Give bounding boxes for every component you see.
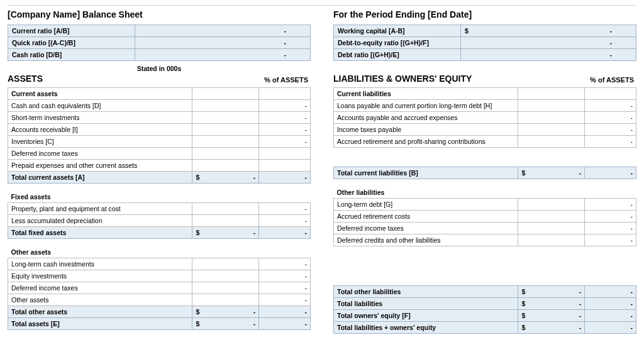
- ratios-left-table: Current ratio [A/B]- Quick ratio [(A-C)/…: [8, 25, 311, 61]
- header-row: [Company Name] Balance Sheet For the Per…: [8, 9, 636, 25]
- row-amt: [518, 211, 585, 223]
- row-label: Loans payable and current portion long-t…: [334, 100, 518, 112]
- top-rule: [8, 5, 636, 6]
- total-amt: $-: [192, 227, 259, 239]
- row-pct: -: [585, 112, 636, 124]
- row-pct: -: [585, 100, 636, 112]
- other-liabilities-table: Other liabilities Long-term debt [G]- Ac…: [333, 183, 636, 246]
- assets-heading: ASSETS: [8, 74, 43, 84]
- row-label: Income taxes payable: [334, 124, 518, 136]
- row-label: Accounts receivable [I]: [8, 124, 192, 136]
- row-label: Deferred credits and other liabilities: [334, 234, 518, 246]
- row-label: Prepaid expenses and other current asset…: [8, 160, 192, 172]
- row-label: Property, plant and equipment at cost: [8, 203, 192, 215]
- row-label: Accrued retirement costs: [334, 211, 518, 223]
- section-heads: ASSETS % of ASSETS LIABILITIES & OWNERS'…: [8, 72, 636, 87]
- row-label: Deferred income taxes: [8, 282, 192, 294]
- total-pct: -: [585, 310, 636, 322]
- ratio-value: -: [461, 37, 636, 49]
- total-amt: $-: [518, 167, 585, 179]
- liabilities-heading: LIABILITIES & OWNERS' EQUITY: [333, 74, 472, 84]
- ratios-right-table: Working capital [A-B]$- Debt-to-equity r…: [333, 25, 636, 61]
- row-amt: [518, 223, 585, 234]
- row-pct: -: [585, 136, 636, 148]
- row-amt: [192, 112, 259, 124]
- subhead: Current assets: [8, 88, 192, 100]
- row-amt: [518, 199, 585, 211]
- row-label: Accrued retirement and profit-sharing co…: [334, 136, 518, 148]
- row-amt: [192, 136, 259, 148]
- row-label: Long-term cash investments: [8, 258, 192, 270]
- row-pct: -: [585, 234, 636, 246]
- row-amt: [192, 160, 259, 172]
- row-pct: -: [259, 124, 311, 136]
- total-amt: $-: [518, 310, 585, 322]
- row-pct: -: [259, 203, 311, 215]
- row-label: Less accumulated depreciation: [8, 215, 192, 227]
- current-assets-table: Current assets Cash and cash equivalents…: [8, 87, 311, 184]
- row-pct: -: [259, 100, 311, 112]
- row-amt: [518, 234, 585, 246]
- ratio-value: $-: [461, 25, 636, 37]
- ratio-label: Debt-to-equity ratio [(G+H)/F]: [334, 37, 461, 49]
- ratio-value: -: [135, 37, 311, 49]
- row-amt: [192, 215, 259, 227]
- total-amt: $-: [518, 298, 585, 310]
- row-label: Equity investments: [8, 270, 192, 282]
- row-label: Inventories [C]: [8, 136, 192, 148]
- stated-note: Stated in 000s: [8, 65, 311, 72]
- ratio-label: Quick ratio [(A-C)/B]: [8, 37, 135, 49]
- liabilities-pct-heading: % of ASSETS: [590, 76, 636, 84]
- row-pct: -: [585, 223, 636, 234]
- row-pct: -: [259, 112, 311, 124]
- row-amt: [192, 282, 259, 294]
- row-label: Cash and cash equivalents [D]: [8, 100, 192, 112]
- subhead: Current liabilities: [334, 88, 518, 100]
- total-pct: -: [585, 167, 636, 179]
- total-amt: $-: [192, 306, 259, 318]
- subhead: Fixed assets: [8, 187, 311, 203]
- subhead: Other liabilities: [334, 183, 636, 199]
- total-current-liabilities-table: Total current liabilities [B]$--: [333, 167, 636, 179]
- row-pct: -: [259, 136, 311, 148]
- row-amt: [192, 203, 259, 215]
- ratio-value: -: [135, 25, 311, 37]
- total-pct: -: [259, 318, 311, 330]
- row-amt: [518, 112, 585, 124]
- row-pct: -: [585, 124, 636, 136]
- row-amt: [192, 258, 259, 270]
- fixed-assets-table: Fixed assets Property, plant and equipme…: [8, 187, 311, 239]
- page-title-right: For the Period Ending [End Date]: [333, 9, 636, 19]
- row-amt: [192, 294, 259, 306]
- row-label: Other assets: [8, 294, 192, 306]
- assets-pct-heading: % of ASSETS: [264, 76, 311, 84]
- total-label: Total current assets [A]: [8, 172, 192, 184]
- row-amt: [192, 148, 259, 160]
- total-label: Total fixed assets: [8, 227, 192, 239]
- ratio-label: Debt ratio [(G+H)/E]: [334, 49, 461, 61]
- row-label: Deferred income taxes: [8, 148, 192, 160]
- total-pct: -: [259, 172, 311, 184]
- total-pct: -: [259, 227, 311, 239]
- total-label: Total assets [E]: [8, 318, 192, 330]
- row-label: Accounts payable and accrued expenses: [334, 112, 518, 124]
- ratio-label: Working capital [A-B]: [334, 25, 461, 37]
- total-label: Total current liabilities [B]: [334, 167, 518, 179]
- row-pct: [259, 160, 311, 172]
- total-label: Total liabilities + owners' equity: [334, 322, 518, 334]
- row-pct: -: [585, 199, 636, 211]
- row-label: Long-term debt [G]: [334, 199, 518, 211]
- row-amt: [518, 136, 585, 148]
- row-amt: [518, 100, 585, 112]
- ratio-label: Current ratio [A/B]: [8, 25, 135, 37]
- page-title-left: [Company Name] Balance Sheet: [8, 9, 311, 19]
- body-row: Current assets Cash and cash equivalents…: [8, 87, 636, 338]
- ratio-value: -: [461, 49, 636, 61]
- row-pct: -: [259, 270, 311, 282]
- total-pct: -: [585, 286, 636, 298]
- subhead: Other assets: [8, 243, 311, 258]
- other-assets-table: Other assets Long-term cash investments-…: [8, 243, 311, 330]
- row-pct: -: [259, 282, 311, 294]
- row-pct: -: [585, 211, 636, 223]
- total-label: Total owners' equity [F]: [334, 310, 518, 322]
